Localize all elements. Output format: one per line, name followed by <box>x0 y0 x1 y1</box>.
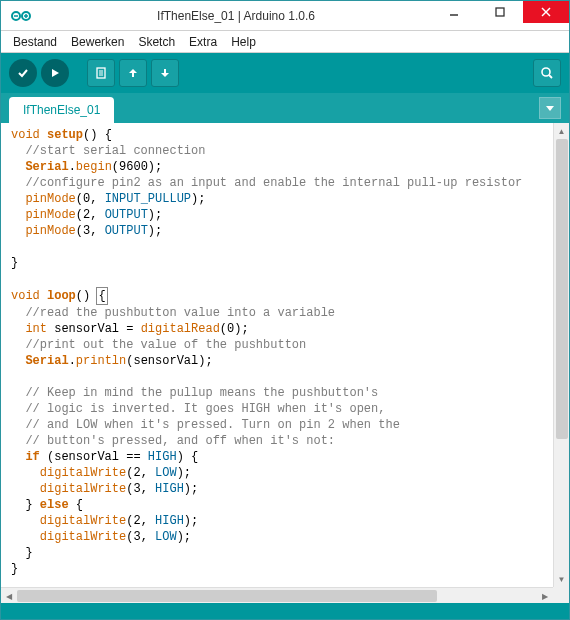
menu-bestand[interactable]: Bestand <box>7 33 63 51</box>
svg-point-16 <box>542 68 550 76</box>
save-sketch-button[interactable] <box>151 59 179 87</box>
scroll-up-icon[interactable]: ▲ <box>554 123 569 139</box>
editor-area: void setup() { //start serial connection… <box>1 123 569 603</box>
cursor-bracket: { <box>96 287 107 305</box>
status-bar <box>1 603 569 619</box>
menu-sketch[interactable]: Sketch <box>132 33 181 51</box>
window-buttons <box>431 1 569 30</box>
new-sketch-button[interactable] <box>87 59 115 87</box>
tab-bar: IfThenElse_01 <box>1 93 569 123</box>
svg-marker-18 <box>546 106 554 111</box>
serial-monitor-button[interactable] <box>533 59 561 87</box>
scroll-down-icon[interactable]: ▼ <box>554 571 569 587</box>
close-button[interactable] <box>523 1 569 23</box>
hscroll-thumb[interactable] <box>17 590 437 602</box>
menu-extra[interactable]: Extra <box>183 33 223 51</box>
menu-help[interactable]: Help <box>225 33 262 51</box>
window-titlebar: IfThenElse_01 | Arduino 1.0.6 <box>1 1 569 31</box>
minimize-button[interactable] <box>431 1 477 23</box>
svg-rect-6 <box>496 8 504 16</box>
scroll-left-icon[interactable]: ◀ <box>1 588 17 604</box>
svg-marker-15 <box>161 69 169 77</box>
verify-button[interactable] <box>9 59 37 87</box>
maximize-button[interactable] <box>477 1 523 23</box>
svg-line-17 <box>549 75 552 78</box>
scroll-right-icon[interactable]: ▶ <box>537 588 553 604</box>
menu-bar: Bestand Bewerken Sketch Extra Help <box>1 31 569 53</box>
code-editor[interactable]: void setup() { //start serial connection… <box>1 123 569 603</box>
vertical-scrollbar[interactable]: ▲ ▼ <box>553 123 569 587</box>
svg-marker-9 <box>52 69 59 77</box>
window-title: IfThenElse_01 | Arduino 1.0.6 <box>41 9 431 23</box>
menu-bewerken[interactable]: Bewerken <box>65 33 130 51</box>
toolbar <box>1 53 569 93</box>
tab-menu-button[interactable] <box>539 97 561 119</box>
horizontal-scrollbar[interactable]: ◀ ▶ <box>1 587 553 603</box>
vscroll-thumb[interactable] <box>556 139 568 439</box>
svg-marker-14 <box>129 69 137 77</box>
open-sketch-button[interactable] <box>119 59 147 87</box>
sketch-tab[interactable]: IfThenElse_01 <box>9 97 114 123</box>
arduino-logo-icon <box>1 10 41 22</box>
upload-button[interactable] <box>41 59 69 87</box>
scroll-corner <box>553 587 569 603</box>
